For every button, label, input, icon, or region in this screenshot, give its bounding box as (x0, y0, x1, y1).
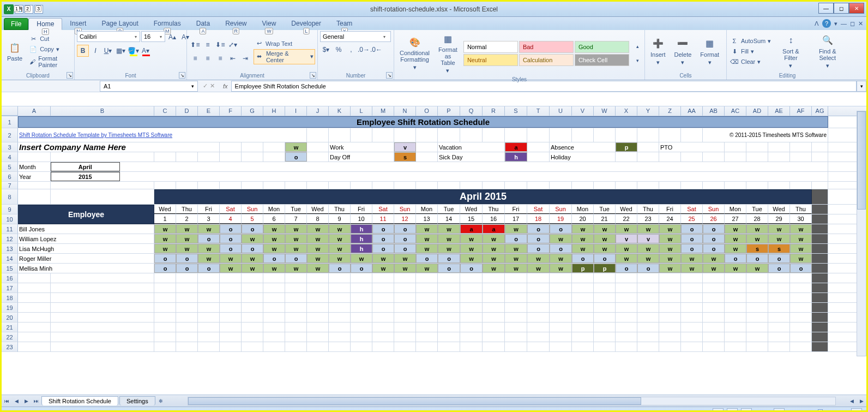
borders-button[interactable]: ▦▾ (114, 45, 126, 57)
column-header[interactable]: E (198, 106, 220, 116)
schedule-cell[interactable]: o (725, 254, 746, 263)
employee-name[interactable]: Roger Miller (18, 254, 154, 263)
schedule-cell[interactable]: w (659, 244, 681, 253)
decrease-indent-button[interactable]: ⇤ (227, 52, 239, 64)
help-icon[interactable]: ? (822, 19, 831, 28)
schedule-cell[interactable]: w (372, 264, 394, 273)
template-link[interactable]: Shift Rotation Schedule Template by Time… (18, 128, 307, 142)
schedule-cell[interactable]: w (176, 224, 198, 234)
schedule-cell[interactable]: w (263, 244, 285, 253)
schedule-cell[interactable]: w (307, 234, 329, 243)
minimize-button[interactable]: — (818, 3, 834, 14)
schedule-cell[interactable]: w (725, 224, 746, 234)
column-header[interactable]: U (550, 106, 572, 116)
tab-nav-next[interactable]: ▶ (21, 396, 31, 406)
row-header[interactable]: 16 (2, 273, 18, 283)
schedule-cell[interactable]: w (416, 224, 438, 234)
schedule-cell[interactable]: h (351, 244, 372, 253)
schedule-cell[interactable]: w (505, 264, 527, 273)
schedule-cell[interactable]: w (659, 254, 681, 263)
schedule-cell[interactable]: w (285, 224, 307, 234)
schedule-cell[interactable]: w (285, 264, 307, 273)
italic-button[interactable]: I (89, 45, 101, 57)
schedule-cell[interactable]: o (550, 224, 572, 234)
font-size-combo[interactable]: ▾ (141, 31, 165, 42)
schedule-cell[interactable]: w (550, 264, 572, 273)
column-header[interactable]: P (438, 106, 460, 116)
autosum-button[interactable]: ΣAutoSum ▾ (729, 36, 772, 46)
schedule-cell[interactable]: w (483, 244, 505, 253)
schedule-cell[interactable]: o (681, 224, 703, 234)
style-good[interactable]: Good (575, 41, 629, 53)
schedule-cell[interactable]: w (725, 244, 746, 253)
maximize-button[interactable]: ◻ (834, 3, 849, 14)
dialog-launcher[interactable]: ↘ (386, 72, 393, 79)
tab-nav-prev[interactable]: ◀ (11, 396, 21, 406)
schedule-cell[interactable]: o (372, 244, 394, 253)
pagebreak-view-button[interactable]: ⊞ (741, 408, 752, 413)
schedule-cell[interactable]: w (790, 244, 812, 253)
row-header[interactable]: 5 (2, 162, 18, 172)
schedule-cell[interactable]: w (681, 254, 703, 263)
schedule-cell[interactable]: w (746, 264, 768, 273)
style-bad[interactable]: Bad (519, 41, 574, 53)
schedule-cell[interactable]: w (263, 264, 285, 273)
font-name-combo[interactable]: ▾ (77, 31, 140, 42)
align-top-button[interactable]: ⬆≡ (189, 39, 201, 51)
row-header[interactable]: 19 (2, 303, 18, 313)
accounting-format-button[interactable]: $▾ (320, 44, 332, 56)
column-header[interactable]: R (483, 106, 505, 116)
schedule-cell[interactable]: w (505, 224, 527, 234)
hscroll-right[interactable]: ▶ (857, 396, 866, 406)
wrap-text-button[interactable]: ↩Wrap Text (254, 39, 315, 49)
close-button[interactable]: ✕ (849, 3, 864, 14)
schedule-cell[interactable]: w (572, 234, 594, 243)
row-header[interactable]: 9 (2, 205, 18, 214)
schedule-cell[interactable]: w (307, 264, 329, 273)
column-header[interactable]: Q (460, 106, 483, 116)
schedule-cell[interactable]: o (703, 224, 725, 234)
schedule-cell[interactable]: h (351, 234, 372, 243)
schedule-cell[interactable]: w (154, 224, 176, 234)
schedule-cell[interactable]: w (483, 254, 505, 263)
vertical-scrollbar[interactable] (857, 111, 866, 356)
row-header[interactable]: 18 (2, 293, 18, 303)
select-all-corner[interactable] (2, 106, 18, 116)
schedule-cell[interactable]: w (725, 234, 746, 243)
sort-filter-button[interactable]: ↕Sort & Filter▾ (774, 33, 807, 70)
row-header[interactable]: 14 (2, 254, 18, 264)
bold-button[interactable]: B (77, 45, 89, 57)
schedule-cell[interactable]: o (790, 264, 812, 273)
percent-format-button[interactable]: % (333, 44, 345, 56)
paste-button[interactable]: 📋 Paste (4, 40, 26, 63)
schedule-cell[interactable]: o (154, 254, 176, 263)
align-left-button[interactable]: ≡ (189, 52, 201, 64)
schedule-cell[interactable]: w (746, 224, 768, 234)
row-header[interactable]: 2 (2, 128, 18, 142)
increase-indent-button[interactable]: ⇥ (239, 52, 251, 64)
column-header[interactable]: H (263, 106, 285, 116)
column-header[interactable]: AF (790, 106, 812, 116)
comma-format-button[interactable]: , (345, 44, 357, 56)
column-header[interactable]: A (18, 106, 51, 116)
column-header[interactable]: B (51, 106, 154, 116)
schedule-cell[interactable]: w (637, 254, 659, 263)
column-header[interactable]: M (372, 106, 394, 116)
schedule-cell[interactable]: w (329, 244, 351, 253)
schedule-cell[interactable]: o (768, 254, 790, 263)
increase-decimal-button[interactable]: .0→ (358, 44, 370, 56)
cut-button[interactable]: ✂Cut (28, 34, 72, 44)
fill-button[interactable]: ⬇Fill ▾ (729, 46, 772, 56)
ribbon-tab-developer[interactable]: DeveloperL (284, 18, 329, 30)
schedule-cell[interactable]: w (616, 254, 637, 263)
schedule-cell[interactable]: o (768, 264, 790, 273)
schedule-cell[interactable]: w (550, 254, 572, 263)
conditional-formatting-button[interactable]: 🎨Conditional Formatting▾ (396, 34, 433, 72)
schedule-cell[interactable]: o (681, 244, 703, 253)
schedule-cell[interactable]: p (594, 264, 616, 273)
new-sheet-button[interactable]: ✻ (156, 396, 166, 406)
schedule-cell[interactable]: o (703, 244, 725, 253)
schedule-cell[interactable]: p (572, 264, 594, 273)
schedule-cell[interactable]: w (263, 224, 285, 234)
align-middle-button[interactable]: ≡ (202, 39, 214, 51)
